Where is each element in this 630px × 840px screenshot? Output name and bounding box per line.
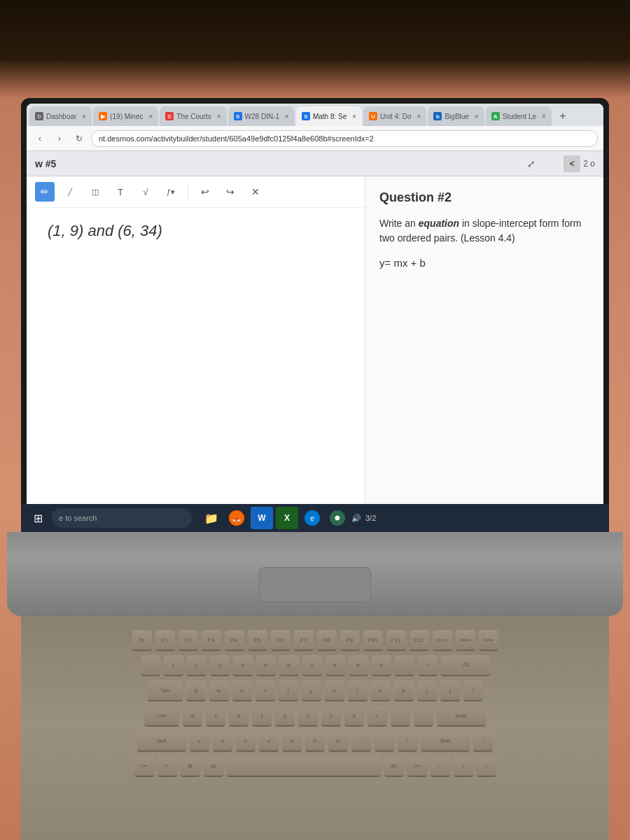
key-f6[interactable]: F6 (271, 630, 290, 651)
pencil-tool[interactable]: ✏ (35, 182, 55, 202)
key-d[interactable]: d (229, 706, 248, 727)
canvas-area[interactable]: (1, 9) and (6, 34) (27, 208, 365, 418)
key-f1[interactable]: F1 (155, 630, 175, 651)
tab-close-student[interactable]: × (542, 113, 546, 120)
key-tab[interactable]: Tab (148, 680, 183, 701)
tab-student[interactable]: A Student Le × (486, 106, 552, 126)
key-h[interactable]: h (298, 706, 318, 727)
windows-button[interactable]: ⊞ (27, 507, 49, 526)
key-1[interactable]: 1 (164, 655, 183, 676)
function-tool[interactable]: ƒ▾ (161, 182, 181, 202)
key-v[interactable]: v (259, 731, 279, 752)
trackpad[interactable] (259, 567, 371, 602)
taskbar-app-word[interactable]: W (251, 507, 273, 526)
tab-w28[interactable]: S W28 DIN-1 × (228, 106, 295, 126)
tab-minecraft[interactable]: ▶ (19) Minec × (93, 106, 158, 126)
url-bar[interactable]: nt.desmos.com/activitybuilder/student/60… (91, 130, 598, 147)
key-a[interactable]: a (183, 706, 202, 727)
taskbar-app-firefox[interactable]: 🦊 (225, 507, 248, 526)
key-minus[interactable]: - (395, 655, 414, 676)
key-slash[interactable]: / (398, 731, 417, 752)
taskbar-search[interactable]: e to search (52, 508, 192, 526)
key-f9[interactable]: F9 (340, 630, 360, 651)
key-n[interactable]: n (305, 731, 325, 752)
sqrt-tool[interactable]: √ (136, 182, 155, 202)
key-space[interactable] (227, 756, 381, 777)
tab-close-dashboard[interactable]: × (82, 113, 86, 120)
back-button[interactable]: ‹ (32, 131, 48, 146)
tab-bigblue[interactable]: b BigBlue × (428, 106, 484, 126)
new-tab-button[interactable]: + (553, 106, 573, 126)
tab-courts[interactable]: C The Courts × (160, 106, 226, 126)
key-alt-l[interactable]: Alt (204, 756, 223, 777)
key-fn-l[interactable]: fn (158, 756, 177, 777)
key-delete[interactable]: delete (456, 630, 475, 651)
undo-button[interactable]: ↩ (195, 182, 215, 202)
key-comma[interactable]: , (351, 731, 371, 752)
tab-close-unit4[interactable]: × (417, 113, 421, 120)
key-home[interactable]: home (479, 630, 498, 651)
key-f11[interactable]: F11 (386, 630, 406, 651)
key-z[interactable]: z (190, 731, 209, 752)
text-tool[interactable]: T (111, 182, 130, 202)
key-6[interactable]: 6 (279, 655, 299, 676)
key-ctrl-l[interactable]: Ctrl (134, 756, 154, 777)
forward-button[interactable]: › (52, 131, 67, 146)
key-g[interactable]: g (275, 706, 295, 727)
key-7[interactable]: 7 (302, 655, 322, 676)
tab-close-courts[interactable]: × (217, 113, 221, 120)
key-o[interactable]: o (371, 680, 391, 701)
taskbar-app-excel[interactable]: X (276, 507, 298, 526)
key-f3[interactable]: F3 (202, 630, 221, 651)
key-5[interactable]: 5 (256, 655, 276, 676)
key-e[interactable]: e (232, 680, 252, 701)
tab-close-bigblue[interactable]: × (475, 113, 479, 120)
key-i[interactable]: i (348, 680, 368, 701)
key-quote[interactable]: ' (414, 706, 433, 727)
key-4[interactable]: 4 (233, 655, 253, 676)
key-y[interactable]: y (302, 680, 321, 701)
tab-math8[interactable]: S Math 8: Se × (296, 106, 362, 126)
key-r[interactable]: r (255, 680, 275, 701)
key-u[interactable]: u (325, 680, 344, 701)
key-shift-r[interactable]: Shift (421, 731, 470, 752)
key-ctrl-r[interactable]: Ctrl (407, 756, 427, 777)
key-arrow-up[interactable]: ↑ (473, 731, 493, 752)
key-prtsc[interactable]: prt sc (433, 630, 452, 651)
expand-icon[interactable]: ⤢ (527, 158, 536, 169)
key-q[interactable]: q (186, 680, 206, 701)
key-c[interactable]: c (236, 731, 255, 752)
key-arrow-down[interactable]: ↓ (454, 756, 473, 777)
key-arrow-left[interactable]: ← (430, 756, 450, 777)
key-backtick[interactable]: ` (141, 655, 160, 676)
key-bracket-l[interactable]: [ (417, 680, 437, 701)
key-3[interactable]: 3 (210, 655, 230, 676)
key-8[interactable]: 8 (326, 655, 345, 676)
key-semicolon[interactable]: ; (391, 706, 410, 727)
close-button[interactable]: ✕ (246, 182, 265, 202)
key-s[interactable]: s (206, 706, 225, 727)
key-shift-l[interactable]: Shift (137, 731, 186, 752)
tab-unit4[interactable]: U Unit 4: Do × (363, 106, 426, 126)
key-m[interactable]: m (328, 731, 348, 752)
key-f10[interactable]: F10 (363, 630, 383, 651)
key-bracket-r[interactable]: ] (440, 680, 460, 701)
key-alt-r[interactable]: Alt (384, 756, 404, 777)
key-j[interactable]: j (321, 706, 341, 727)
key-f2[interactable]: F2 (178, 630, 198, 651)
eraser-tool[interactable]: ◫ (85, 182, 105, 202)
nav-arrow-back[interactable]: < (564, 155, 580, 172)
refresh-button[interactable]: ↻ (71, 131, 87, 146)
key-0[interactable]: 0 (372, 655, 391, 676)
key-x[interactable]: x (213, 731, 232, 752)
key-equals[interactable]: = (418, 655, 438, 676)
tab-close-w28[interactable]: × (285, 113, 289, 120)
key-p[interactable]: p (394, 680, 414, 701)
key-fn[interactable]: fn (132, 630, 152, 651)
key-b[interactable]: b (282, 731, 302, 752)
key-f5[interactable]: F5 (248, 630, 267, 651)
key-f7[interactable]: F7 (294, 630, 314, 651)
key-backspace[interactable]: ⌫ (441, 655, 490, 676)
key-caps[interactable]: Caps (144, 706, 179, 727)
taskbar-app-explorer[interactable]: 📁 (200, 507, 223, 526)
